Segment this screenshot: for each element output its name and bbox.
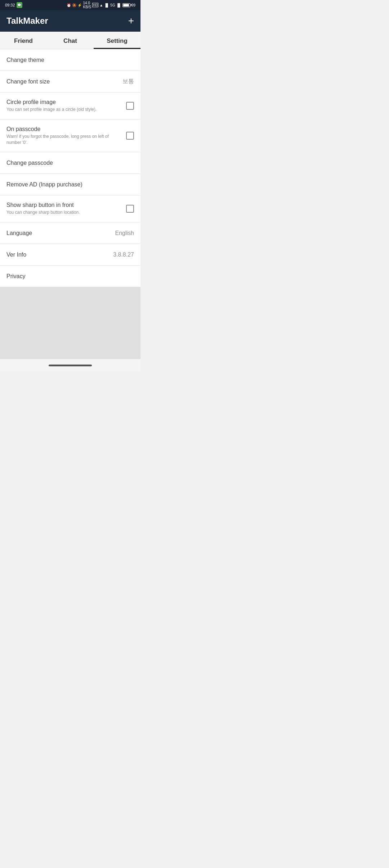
setting-subtitle-circle-profile-image: You can set profile image as a circle (o… (6, 107, 122, 113)
add-button[interactable]: + (128, 16, 134, 26)
setting-item-change-theme[interactable]: Change theme (0, 49, 140, 71)
setting-item-left-language: Language (6, 230, 115, 236)
signal-icon: ▐▌ (104, 3, 109, 7)
home-indicator (0, 359, 140, 371)
signal-bars-icon: ▐▌ (116, 3, 121, 7)
setting-title-show-sharp-button: Show sharp button in front (6, 202, 122, 208)
setting-item-left-remove-ad: Remove AD (Inapp purchase) (6, 181, 134, 188)
setting-item-left-change-passcode: Change passcode (6, 160, 134, 166)
setting-title-remove-ad: Remove AD (Inapp purchase) (6, 181, 130, 188)
setting-item-left-privacy: Privacy (6, 273, 134, 280)
setting-item-left-change-theme: Change theme (6, 57, 134, 63)
setting-item-remove-ad[interactable]: Remove AD (Inapp purchase) (0, 174, 140, 195)
setting-item-show-sharp-button[interactable]: Show sharp button in frontYou can change… (0, 195, 140, 222)
app-header: TalkMaker + (0, 10, 140, 32)
setting-title-language: Language (6, 230, 111, 236)
setting-title-privacy: Privacy (6, 273, 130, 280)
hd-icon: HD (92, 3, 98, 7)
setting-right-ver-info: 3.8.8.27 (113, 252, 134, 258)
setting-item-left-ver-info: Ver Info (6, 252, 113, 258)
bluetooth-icon: ⚡ (77, 3, 82, 7)
setting-item-circle-profile-image[interactable]: Circle profile imageYou can set profile … (0, 92, 140, 119)
setting-title-change-passcode: Change passcode (6, 160, 130, 166)
checkbox-show-sharp-button[interactable] (126, 205, 134, 213)
checkbox-circle-profile-image[interactable] (126, 102, 134, 110)
chat-notification-icon: 💬 (17, 2, 22, 8)
battery-indicator (122, 3, 130, 7)
setting-subtitle-on-passcode: Warn! if you forgot the passcode, long p… (6, 134, 122, 146)
tab-chat[interactable]: Chat (47, 32, 94, 49)
setting-item-privacy[interactable]: Privacy (0, 266, 140, 287)
setting-item-left-show-sharp-button: Show sharp button in frontYou can change… (6, 202, 126, 216)
setting-item-change-font-size[interactable]: Change font size보통 (0, 71, 140, 92)
setting-right-change-font-size: 보통 (122, 78, 134, 85)
setting-title-ver-info: Ver Info (6, 252, 109, 258)
checkbox-on-passcode[interactable] (126, 132, 134, 140)
battery-percentage: 99 (131, 3, 135, 7)
signal-5g-icon: 5G (110, 3, 115, 7)
setting-item-left-circle-profile-image: Circle profile imageYou can set profile … (6, 99, 126, 113)
settings-list: Change themeChange font size보통Circle pro… (0, 49, 140, 287)
setting-item-ver-info[interactable]: Ver Info3.8.8.27 (0, 244, 140, 266)
tab-bar: Friend Chat Setting (0, 32, 140, 49)
bottom-gray-area (0, 287, 140, 359)
setting-title-on-passcode: On passcode (6, 126, 122, 132)
alarm-icon: ⏰ (67, 3, 71, 7)
setting-item-on-passcode[interactable]: On passcodeWarn! if you forgot the passc… (0, 119, 140, 153)
setting-item-change-passcode[interactable]: Change passcode (0, 152, 140, 174)
home-bar (49, 365, 92, 366)
setting-item-language[interactable]: LanguageEnglish (0, 222, 140, 244)
app-title: TalkMaker (6, 16, 48, 26)
setting-subtitle-show-sharp-button: You can change sharp button location. (6, 209, 122, 216)
wifi-icon: ▲ (99, 3, 103, 7)
tab-friend[interactable]: Friend (0, 32, 47, 49)
setting-title-change-theme: Change theme (6, 57, 130, 63)
mute-icon: 🔕 (72, 3, 76, 7)
status-bar: 09:32 💬 ⏰ 🔕 ⚡ 14.0KB/S HD ▲ ▐▌ 5G ▐▌ 99 (0, 0, 140, 10)
setting-title-change-font-size: Change font size (6, 78, 118, 85)
setting-item-left-change-font-size: Change font size (6, 78, 122, 85)
setting-item-left-on-passcode: On passcodeWarn! if you forgot the passc… (6, 126, 126, 146)
setting-right-language: English (115, 230, 134, 236)
status-time: 09:32 (5, 3, 15, 7)
status-right: ⏰ 🔕 ⚡ 14.0KB/S HD ▲ ▐▌ 5G ▐▌ 99 (67, 1, 135, 9)
status-left: 09:32 💬 (5, 2, 22, 8)
setting-title-circle-profile-image: Circle profile image (6, 99, 122, 105)
tab-setting[interactable]: Setting (94, 32, 140, 49)
speed-indicator: 14.0KB/S (83, 1, 91, 9)
